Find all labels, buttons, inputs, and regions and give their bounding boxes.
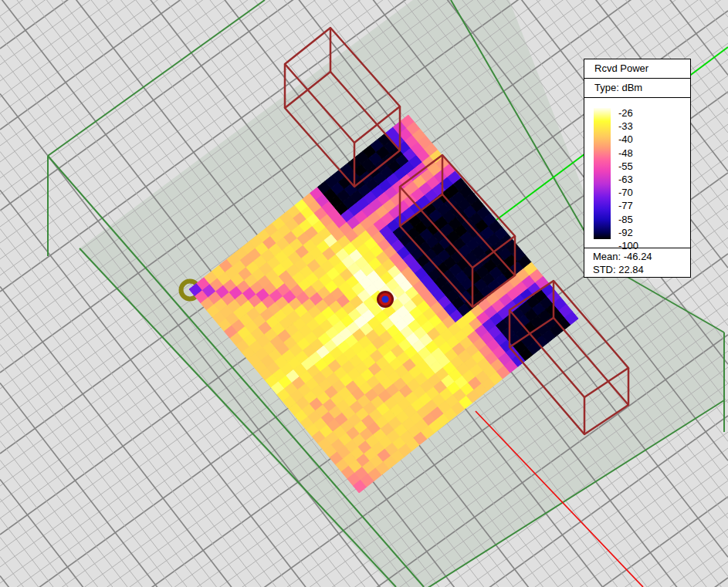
colorbar-tick: -40 <box>618 133 633 145</box>
colorbar-tick: -92 <box>618 227 633 238</box>
colorbar-tick: -77 <box>618 200 633 211</box>
obstacle-box-1[interactable] <box>283 25 406 189</box>
legend-colorbar-section: -26 -33 -40 -48 -55 -63 -70 -77 -85 -92 … <box>584 98 690 249</box>
std-value: STD: 22.84 <box>593 263 690 276</box>
mean-value: Mean: -46.24 <box>593 250 690 263</box>
legend-title: Rcvd Power <box>584 59 690 79</box>
viewport-3d[interactable]: Rcvd Power Type: dBm -26 -33 -40 -48 -55… <box>0 0 728 587</box>
colorbar-gradient <box>594 108 611 239</box>
rx-marker[interactable] <box>179 279 201 301</box>
colorbar-tick: -55 <box>618 160 633 172</box>
tx-marker[interactable] <box>375 289 395 309</box>
obstacle-box-2[interactable] <box>398 150 516 309</box>
colorbar-tick: -70 <box>618 187 633 198</box>
colorbar-tick: -33 <box>618 120 633 132</box>
legend-panel: Rcvd Power Type: dBm -26 -33 -40 -48 -55… <box>584 59 691 278</box>
legend-stats: Mean: -46.24 STD: 22.84 <box>584 248 690 277</box>
legend-type-label: Type: dBm <box>584 79 690 98</box>
colorbar-tick: -26 <box>618 107 633 119</box>
obstacle-box-3[interactable] <box>506 278 630 437</box>
colorbar-tick: -48 <box>618 147 633 159</box>
colorbar-tick: -85 <box>618 214 633 225</box>
colorbar-tick: -63 <box>618 174 633 185</box>
